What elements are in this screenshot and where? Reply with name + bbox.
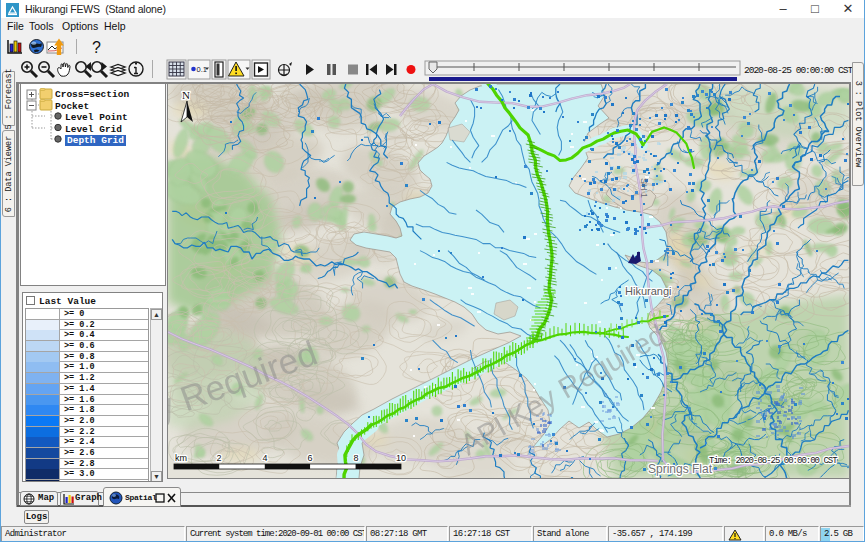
svg-text:6: 6 xyxy=(307,453,312,463)
svg-text:Springs Flat: Springs Flat xyxy=(648,462,713,476)
svg-text:km: km xyxy=(175,453,187,463)
svg-text:8: 8 xyxy=(353,453,358,463)
svg-text:10: 10 xyxy=(396,453,406,463)
svg-text:N: N xyxy=(182,89,190,101)
svg-text:2020-08-25 00:00:00 CST: 2020-08-25 00:00:00 CST xyxy=(744,65,853,76)
svg-text:?: ? xyxy=(92,39,101,56)
svg-text:SH 1: SH 1 xyxy=(639,178,649,198)
svg-text:4: 4 xyxy=(262,453,267,463)
svg-text:Time: 2020-08-25 00:00:00 CST: Time: 2020-08-25 00:00:00 CST xyxy=(709,456,838,466)
svg-text:2: 2 xyxy=(216,453,221,463)
svg-text:0.1: 0.1 xyxy=(197,65,207,74)
svg-text:Hikurangi: Hikurangi xyxy=(625,285,671,297)
